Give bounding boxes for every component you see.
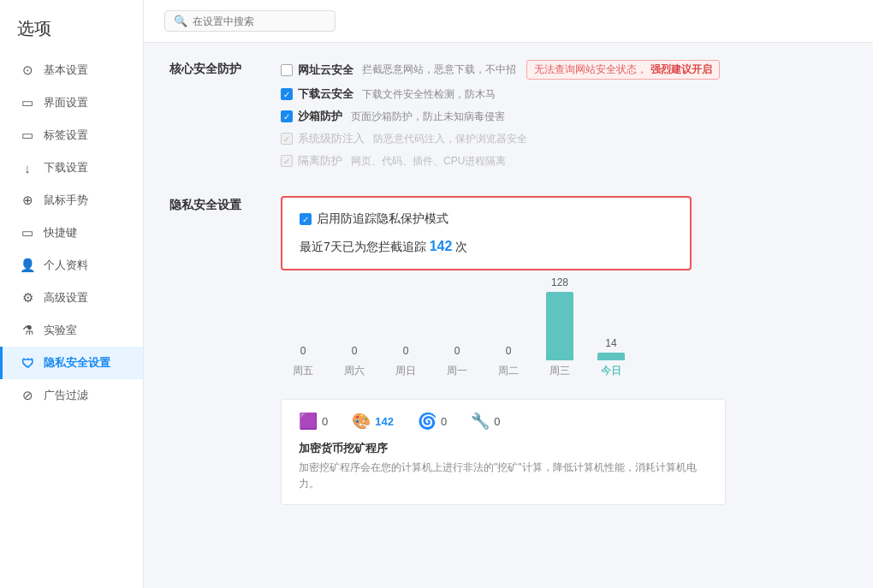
- bar-col-周日: 0周日: [392, 345, 419, 378]
- sidebar-item-label: 广告过滤: [44, 388, 88, 403]
- sidebar-item-ui[interactable]: ▭ 界面设置: [0, 86, 143, 119]
- crypto-count: 0: [322, 415, 328, 428]
- search-input[interactable]: [193, 15, 326, 27]
- sidebar-item-label: 鼠标手势: [44, 193, 88, 208]
- privacy-box: 启用防追踪隐私保护模式 最近7天已为您拦截追踪 142 次: [281, 196, 692, 270]
- sidebar: 选项 ⊙ 基本设置 ▭ 界面设置 ▭ 标签设置 ↓ 下载设置 ⊕ 鼠标手势 ▭ …: [0, 0, 144, 588]
- bar-label: 周五: [293, 364, 313, 378]
- bar-value: 0: [506, 345, 512, 357]
- url-cloud-checkbox[interactable]: [281, 64, 293, 76]
- sandbox-name: 沙箱防护: [298, 109, 342, 124]
- privacy-section: 隐私安全设置 启用防追踪隐私保护模式 最近7天已为您拦截追踪 142 次: [169, 196, 847, 505]
- sidebar-item-privacy[interactable]: 🛡 隐私安全设置: [0, 347, 143, 379]
- url-cloud-row: 网址云安全 拦截恶意网站，恶意下载，不中招 无法查询网站安全状态，强烈建议开启: [281, 60, 847, 80]
- bar-label: 周六: [344, 364, 365, 378]
- bar-col-周三: 128周三: [546, 276, 573, 378]
- bar-col-周五: 0周五: [289, 345, 317, 378]
- chart-bars: 0周五0周六0周日0周一0周二128周三14今日: [281, 288, 847, 382]
- sidebar-item-mouse[interactable]: ⊕ 鼠标手势: [0, 184, 143, 217]
- sidebar-item-profile[interactable]: 👤 个人资料: [0, 249, 143, 282]
- core-security-label: 核心安全防护: [169, 60, 281, 175]
- bar-value: 128: [551, 276, 568, 288]
- network-icon: 🌀: [418, 412, 436, 431]
- sys-inject-checkbox: [281, 133, 293, 145]
- mining-section: 加密货币挖矿程序 加密挖矿程序会在您的计算机上进行非法的"挖矿"计算，降低计算机…: [299, 441, 708, 492]
- stats-pre: 最近7天已为您拦截追踪: [300, 240, 426, 253]
- privacy-icon: 🛡: [20, 355, 35, 371]
- sidebar-item-label: 界面设置: [44, 95, 88, 110]
- sys-inject-name: 系统级防注入: [298, 131, 365, 146]
- url-cloud-name: 网址云安全: [298, 62, 353, 78]
- sidebar-item-basic[interactable]: ⊙ 基本设置: [0, 54, 143, 86]
- sys-inject-row: 系统级防注入 防恶意代码注入，保护浏览器安全: [281, 131, 847, 146]
- stats-icons-row: 🟪 0 🎨 142 🌀 0 🔧 0: [299, 412, 708, 431]
- sidebar-item-label: 快捷键: [44, 225, 77, 241]
- bar-label: 周日: [395, 364, 416, 378]
- stat-crypto: 🟪 0: [299, 412, 328, 431]
- profile-icon: 👤: [20, 258, 35, 273]
- bar-label: 今日: [601, 364, 621, 378]
- bar-col-周六: 0周六: [341, 345, 368, 378]
- download-cloud-desc: 下载文件安全性检测，防木马: [362, 87, 496, 102]
- tracker-icon: 🎨: [352, 412, 371, 431]
- bar-label: 周二: [498, 364, 519, 378]
- bar-value: 0: [403, 345, 409, 357]
- sidebar-item-lab[interactable]: ⚗ 实验室: [0, 314, 143, 347]
- tracker-count: 142: [375, 415, 394, 428]
- sidebar-item-label: 隐私安全设置: [44, 355, 110, 371]
- network-count: 0: [441, 415, 447, 428]
- mining-desc: 加密挖矿程序会在您的计算机上进行非法的"挖矿"计算，降低计算机性能，消耗计算机电…: [299, 460, 708, 492]
- privacy-enable-checkbox[interactable]: [300, 213, 312, 225]
- privacy-content: 启用防追踪隐私保护模式 最近7天已为您拦截追踪 142 次 0周五0周六0周日0…: [281, 196, 847, 505]
- download-cloud-row: 下载云安全 下载文件安全性检测，防木马: [281, 86, 847, 102]
- sidebar-item-tabs[interactable]: ▭ 标签设置: [0, 119, 143, 151]
- bar-col-周一: 0周一: [443, 345, 471, 378]
- stats-post: 次: [455, 240, 467, 253]
- isolation-checkbox: [281, 155, 293, 167]
- sandbox-checkbox[interactable]: [281, 110, 293, 122]
- sidebar-item-shortcuts[interactable]: ▭ 快捷键: [0, 217, 143, 249]
- basic-icon: ⊙: [20, 62, 35, 78]
- shortcuts-icon: ▭: [20, 225, 35, 241]
- download-cloud-name: 下载云安全: [298, 86, 353, 102]
- privacy-enable-row: 启用防追踪隐私保护模式: [300, 211, 673, 227]
- sidebar-item-label: 基本设置: [44, 62, 88, 78]
- stat-network: 🌀 0: [418, 412, 447, 431]
- ui-icon: ▭: [20, 95, 35, 110]
- sidebar-item-label: 下载设置: [44, 160, 88, 175]
- sidebar-item-advanced[interactable]: ⚙ 高级设置: [0, 282, 143, 314]
- privacy-label: 隐私安全设置: [169, 196, 281, 505]
- download-cloud-checkbox[interactable]: [281, 88, 293, 100]
- search-icon: 🔍: [174, 15, 187, 27]
- chart-area: 0周五0周六0周日0周一0周二128周三14今日: [281, 288, 847, 382]
- isolation-row: 隔离防护 网页、代码、插件、CPU进程隔离: [281, 153, 847, 169]
- sys-inject-desc: 防恶意代码注入，保护浏览器安全: [373, 132, 527, 146]
- stat-tracker: 🎨 142: [352, 412, 394, 431]
- core-security-content: 网址云安全 拦截恶意网站，恶意下载，不中招 无法查询网站安全状态，强烈建议开启 …: [281, 60, 847, 175]
- sidebar-item-adblock[interactable]: ⊘ 广告过滤: [0, 379, 143, 412]
- search-box[interactable]: 🔍: [164, 10, 336, 32]
- sidebar-item-label: 个人资料: [44, 258, 88, 273]
- bar-col-今日: 14今日: [597, 337, 625, 378]
- crypto-icon: 🟪: [299, 412, 318, 431]
- lab-icon: ⚗: [20, 323, 35, 338]
- privacy-enable-label: 启用防追踪隐私保护模式: [317, 211, 448, 227]
- alert-link[interactable]: 强烈建议开启: [650, 63, 712, 75]
- other-count: 0: [494, 415, 500, 428]
- bar-label: 周三: [549, 364, 570, 378]
- bar-col-周二: 0周二: [495, 345, 522, 378]
- advanced-icon: ⚙: [20, 290, 35, 306]
- bar-rect: [597, 353, 625, 360]
- header: 🔍: [144, 0, 873, 43]
- settings-content: 核心安全防护 网址云安全 拦截恶意网站，恶意下载，不中招 无法查询网站安全状态，…: [144, 43, 873, 588]
- mouse-icon: ⊕: [20, 193, 35, 208]
- other-icon: 🔧: [471, 412, 490, 431]
- sidebar-item-download[interactable]: ↓ 下载设置: [0, 151, 143, 184]
- sandbox-desc: 页面沙箱防护，防止未知病毒侵害: [351, 110, 505, 124]
- bar-rect: [546, 292, 573, 360]
- stats-box: 🟪 0 🎨 142 🌀 0 🔧 0: [281, 399, 726, 505]
- sidebar-item-label: 标签设置: [44, 128, 88, 143]
- url-cloud-alert: 无法查询网站安全状态，强烈建议开启: [526, 60, 720, 80]
- mining-title: 加密货币挖矿程序: [299, 441, 708, 456]
- adblock-icon: ⊘: [20, 388, 35, 403]
